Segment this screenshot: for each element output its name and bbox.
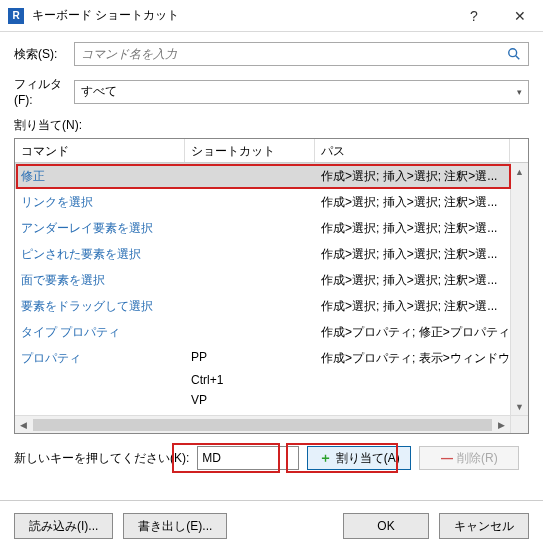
- search-wrap: [74, 42, 529, 66]
- search-input[interactable]: [75, 43, 500, 65]
- cell-command: 要素をドラッグして選択: [15, 298, 185, 315]
- filter-label: フィルタ(F):: [14, 76, 74, 107]
- cell-path: 作成>プロパティ; 表示>ウィンドウ; 修...: [315, 350, 528, 367]
- chevron-down-icon: ▾: [517, 87, 522, 97]
- scroll-right-icon[interactable]: ▶: [493, 416, 510, 433]
- table-row[interactable]: タイプ プロパティ作成>プロパティ; 修正>プロパティ: [15, 319, 528, 345]
- close-button[interactable]: ✕: [497, 0, 543, 32]
- table-row[interactable]: リンクを選択作成>選択; 挿入>選択; 注釈>選...: [15, 189, 528, 215]
- col-header-shortcut[interactable]: ショートカット: [185, 139, 315, 162]
- assign-button-label: 割り当て(A): [336, 450, 400, 467]
- cell-shortcut: Ctrl+1: [185, 373, 315, 387]
- cell-path: 作成>選択; 挿入>選択; 注釈>選...: [315, 194, 528, 211]
- remove-button-label: 削除(R): [457, 450, 498, 467]
- grid-header: コマンド ショートカット パス: [15, 139, 528, 163]
- export-button[interactable]: 書き出し(E)...: [123, 513, 227, 539]
- table-row[interactable]: 修正作成>選択; 挿入>選択; 注釈>選...: [15, 163, 528, 189]
- cell-command: ピンされた要素を選択: [15, 246, 185, 263]
- cell-command: 面で要素を選択: [15, 272, 185, 289]
- cell-command: アンダーレイ要素を選択: [15, 220, 185, 237]
- vertical-scrollbar[interactable]: ▲ ▼: [510, 163, 528, 415]
- table-row[interactable]: プロパティPP作成>プロパティ; 表示>ウィンドウ; 修...: [15, 345, 528, 371]
- hscroll-thumb[interactable]: [33, 419, 492, 431]
- filter-combo[interactable]: すべて ▾: [74, 80, 529, 104]
- import-button[interactable]: 読み込み(I)...: [14, 513, 113, 539]
- bottom-row: 読み込み(I)... 書き出し(E)... OK キャンセル: [0, 501, 543, 539]
- scroll-up-icon[interactable]: ▲: [511, 163, 528, 180]
- cell-path: 作成>選択; 挿入>選択; 注釈>選...: [315, 272, 528, 289]
- cell-command: 修正: [15, 168, 185, 185]
- search-row: 検索(S):: [14, 42, 529, 66]
- col-header-command[interactable]: コマンド: [15, 139, 185, 162]
- assign-section-label: 割り当て(N):: [14, 117, 529, 134]
- cell-command: タイプ プロパティ: [15, 324, 185, 341]
- filter-row: フィルタ(F): すべて ▾: [14, 76, 529, 107]
- cell-command: プロパティ: [15, 350, 185, 367]
- minus-icon: —: [441, 451, 453, 465]
- help-button[interactable]: ?: [451, 0, 497, 32]
- app-icon: R: [8, 8, 24, 24]
- newkey-input[interactable]: [197, 446, 299, 470]
- search-label: 検索(S):: [14, 46, 74, 63]
- cancel-button[interactable]: キャンセル: [439, 513, 529, 539]
- scroll-left-icon[interactable]: ◀: [15, 416, 32, 433]
- grid-body[interactable]: 修正作成>選択; 挿入>選択; 注釈>選...リンクを選択作成>選択; 挿入>選…: [15, 163, 528, 433]
- cell-shortcut: PP: [185, 350, 315, 364]
- horizontal-scrollbar[interactable]: ◀ ▶: [15, 415, 510, 433]
- cell-shortcut: VP: [185, 393, 315, 407]
- titlebar: R キーボード ショートカット ? ✕: [0, 0, 543, 32]
- cell-path: 作成>プロパティ; 修正>プロパティ: [315, 324, 528, 341]
- newkey-label: 新しいキーを押してください(K):: [14, 450, 189, 467]
- ok-button[interactable]: OK: [343, 513, 429, 539]
- plus-icon: ＋: [319, 449, 332, 467]
- search-icon[interactable]: [500, 43, 528, 65]
- cell-command: リンクを選択: [15, 194, 185, 211]
- cell-path: 作成>選択; 挿入>選択; 注釈>選...: [315, 246, 528, 263]
- table-row[interactable]: 要素をドラッグして選択作成>選択; 挿入>選択; 注釈>選...: [15, 293, 528, 319]
- table-row[interactable]: VP: [15, 391, 528, 411]
- remove-button[interactable]: — 削除(R): [419, 446, 519, 470]
- svg-line-1: [516, 56, 520, 60]
- col-header-path[interactable]: パス: [315, 139, 510, 162]
- table-row[interactable]: アンダーレイ要素を選択作成>選択; 挿入>選択; 注釈>選...: [15, 215, 528, 241]
- cell-path: 作成>選択; 挿入>選択; 注釈>選...: [315, 298, 528, 315]
- cell-path: 作成>選択; 挿入>選択; 注釈>選...: [315, 168, 528, 185]
- filter-value: すべて: [81, 83, 117, 100]
- scroll-down-icon[interactable]: ▼: [511, 398, 528, 415]
- scroll-corner: [510, 415, 528, 433]
- table-row[interactable]: ピンされた要素を選択作成>選択; 挿入>選択; 注釈>選...: [15, 241, 528, 267]
- svg-point-0: [509, 49, 517, 57]
- newkey-row: 新しいキーを押してください(K): ＋ 割り当て(A) — 削除(R): [14, 446, 529, 470]
- table-row[interactable]: 面で要素を選択作成>選択; 挿入>選択; 注釈>選...: [15, 267, 528, 293]
- cell-path: 作成>選択; 挿入>選択; 注釈>選...: [315, 220, 528, 237]
- assign-button[interactable]: ＋ 割り当て(A): [307, 446, 411, 470]
- window-title: キーボード ショートカット: [32, 7, 451, 24]
- table-row[interactable]: Ctrl+1: [15, 371, 528, 391]
- shortcut-grid: コマンド ショートカット パス 修正作成>選択; 挿入>選択; 注釈>選...リ…: [14, 138, 529, 434]
